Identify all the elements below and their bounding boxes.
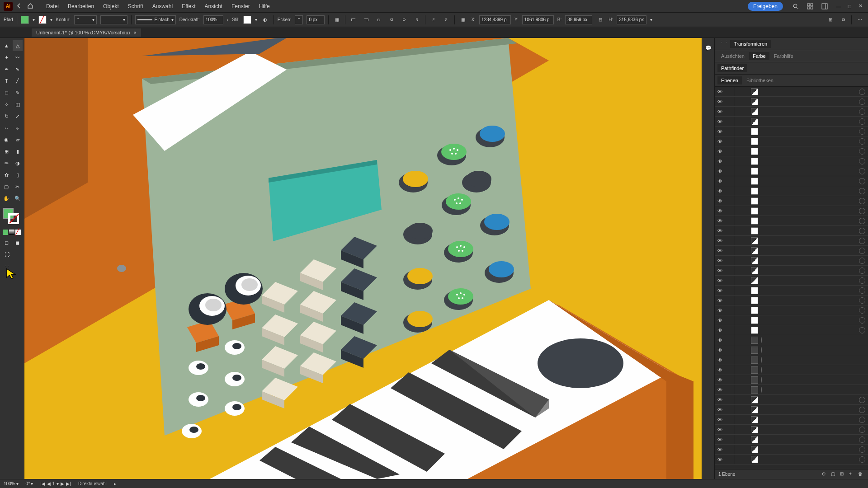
selection-tool[interactable]: ▲ [1,40,12,51]
fill-stroke-control[interactable] [1,208,23,228]
visibility-toggle-icon[interactable]: 👁 [717,278,724,283]
target-icon[interactable] [859,267,865,274]
home-icon[interactable] [27,3,34,10]
layer-name[interactable] [761,338,865,343]
layer-row[interactable]: 👁 [715,375,868,385]
target-icon[interactable] [859,118,865,125]
symbol-tool[interactable]: ✿ [1,169,12,180]
tab-ebenen[interactable]: Ebenen [717,76,742,84]
menu-effekt[interactable]: Effekt [177,3,200,9]
target-icon[interactable] [859,208,865,214]
target-icon[interactable] [859,317,865,324]
layer-row[interactable]: 👁 [715,355,868,365]
menu-fenster[interactable]: Fenster [227,3,255,9]
layers-list[interactable]: 👁👁👁👁👁👁👁👁👁👁👁👁👁👁👁👁👁👁👁👁👁👁👁👁👁👁👁👁👁👁👁👁👁👁👁👁👁👁 [715,87,868,469]
curvature-tool[interactable]: ∿ [13,64,23,75]
layer-row[interactable]: 👁 [715,186,868,196]
visibility-toggle-icon[interactable]: 👁 [717,288,724,293]
paintbrush-tool[interactable]: ✎ [13,87,23,98]
target-icon[interactable] [859,198,865,204]
visibility-toggle-icon[interactable]: 👁 [717,308,724,313]
visibility-toggle-icon[interactable]: 👁 [717,417,724,422]
target-icon[interactable] [859,427,865,433]
visibility-toggle-icon[interactable]: 👁 [717,218,724,224]
rotation-value[interactable]: 0° [26,481,30,486]
visibility-toggle-icon[interactable]: 👁 [717,89,724,94]
layer-row[interactable]: 👁 [715,97,868,107]
visibility-toggle-icon[interactable]: 👁 [717,447,724,452]
visibility-toggle-icon[interactable]: 👁 [717,238,724,244]
window-minimize-icon[interactable]: — [835,3,843,9]
link-wh-icon[interactable]: ⊟ [596,15,605,24]
visibility-toggle-icon[interactable]: 👁 [717,248,724,253]
rectangle-tool[interactable]: □ [1,87,12,98]
target-icon[interactable] [859,238,865,244]
lasso-tool[interactable]: 〰 [13,52,23,63]
tab-farbe[interactable]: Farbe [749,52,769,60]
layer-row[interactable]: 👁 [715,266,868,276]
draw-behind-icon[interactable]: ◼ [13,237,23,248]
gradient-tool[interactable]: ▮ [13,146,23,157]
align-right-icon[interactable]: ⫐ [374,15,383,24]
isolate-icon[interactable]: ⊞ [826,15,835,24]
layer-row[interactable]: 👁 [715,365,868,375]
rotate-tool[interactable]: ↻ [1,111,12,122]
visibility-toggle-icon[interactable]: 👁 [717,357,724,363]
share-button[interactable]: Freigeben [748,2,783,11]
width-tool[interactable]: ↔ [1,122,12,133]
layer-row[interactable]: 👁 [715,345,868,355]
tab-ausrichten[interactable]: Ausrichten [717,52,748,60]
target-icon[interactable] [761,367,762,373]
stroke-swatch[interactable]: ╱ [38,16,47,24]
chevron-down-icon[interactable]: ▾ [31,481,33,486]
mesh-tool[interactable]: ⊞ [1,146,12,157]
target-icon[interactable] [859,327,865,333]
window-maximize-icon[interactable]: □ [845,3,854,9]
target-icon[interactable] [859,307,865,314]
visibility-toggle-icon[interactable]: 👁 [717,338,724,343]
target-icon[interactable] [859,297,865,304]
layer-row[interactable]: 👁 [715,136,868,146]
align-distribute-icon[interactable]: ▦ [332,15,341,24]
locate-layer-icon[interactable]: ⊙ [822,471,828,478]
visibility-toggle-icon[interactable]: 👁 [717,387,724,393]
visibility-toggle-icon[interactable]: 👁 [717,437,724,442]
edit-toolbar-icon[interactable]: ⋯ [1,261,12,272]
y-input[interactable] [522,15,554,24]
layer-row[interactable]: 👁 [715,325,868,335]
line-tool[interactable]: ╱ [13,75,23,86]
height-input[interactable] [617,15,646,24]
layer-row[interactable]: 👁 [715,415,868,425]
window-close-icon[interactable]: ✕ [856,3,864,9]
target-icon[interactable] [761,357,762,363]
target-icon[interactable] [859,228,865,234]
layer-row[interactable]: 👁 [715,236,868,246]
layer-name[interactable] [761,387,865,392]
next-artboard-icon[interactable]: ▶ [61,481,64,486]
artboard-number[interactable]: 1 [52,481,55,486]
canvas[interactable] [24,38,702,479]
chevron-down-icon[interactable]: ▾ [16,481,19,486]
target-icon[interactable] [859,188,865,194]
stroke-weight-dropdown[interactable]: ⌃▾ [74,15,97,24]
target-icon[interactable] [761,387,762,393]
visibility-toggle-icon[interactable]: 👁 [717,188,724,194]
perspective-tool[interactable]: ▱ [13,134,23,145]
eraser-tool[interactable]: ◫ [13,99,23,110]
layer-row[interactable]: 👁 [715,176,868,186]
target-icon[interactable] [859,417,865,423]
chevron-down-icon[interactable]: ▾ [33,17,35,22]
menu-auswahl[interactable]: Auswahl [148,3,177,9]
visibility-toggle-icon[interactable]: 👁 [717,407,724,413]
menu-bearbeiten[interactable]: Bearbeiten [63,3,99,9]
width-input[interactable] [565,15,592,24]
zoom-value[interactable]: 100% [4,481,15,486]
back-icon[interactable] [16,3,24,10]
align-vcenter-icon[interactable]: ⫒ [400,15,409,24]
first-artboard-icon[interactable]: |◀ [40,481,45,486]
target-icon[interactable] [859,138,865,145]
color-mode-icon[interactable] [3,230,8,235]
layer-name[interactable] [761,347,865,352]
target-icon[interactable] [859,258,865,264]
target-icon[interactable] [859,397,865,403]
